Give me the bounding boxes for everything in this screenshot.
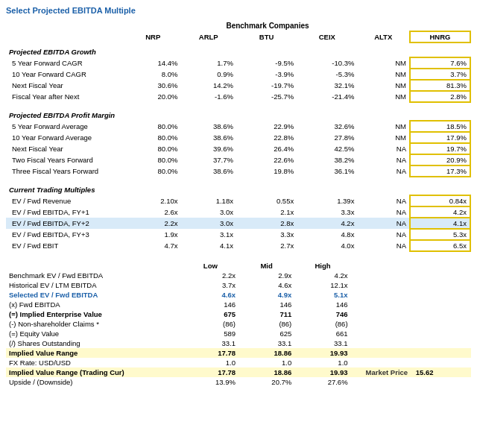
col-low: Low	[183, 261, 238, 271]
table-row: (/) Shares Outstanding 33.1 33.1 33.1	[6, 338, 471, 348]
section-margin: Projected EBITDA Profit Margin	[6, 107, 470, 121]
benchmark-header: Benchmark Companies	[125, 21, 410, 31]
table-row: EV / Fwd Revenue 2.10x 1.18x 0.55x 1.39x…	[6, 195, 470, 206]
table-row: Next Fiscal Year 30.6% 14.2% -19.7% 32.1…	[6, 80, 470, 91]
table-row-highlighted: EV / Fwd EBITDA, FY+2 2.2x 3.0x 2.8x 4.2…	[6, 218, 470, 229]
section-growth: Projected EBITDA Growth	[6, 42, 470, 57]
col-mid: Mid	[238, 261, 294, 271]
col-high: High	[294, 261, 350, 271]
table-row: 5 Year Forward CAGR 14.4% 1.7% -9.5% -10…	[6, 57, 470, 69]
implied-value-range-row: Implied Value Range 17.78 18.86 19.93	[6, 348, 471, 358]
table-row: Three Fiscal Years Forward 80.0% 38.6% 1…	[6, 165, 470, 177]
col-ceix: CEIX	[297, 31, 357, 42]
table-row: Benchmark EV / Fwd EBITDA 2.2x 2.9x 4.2x	[6, 271, 471, 280]
col-btu: BTU	[236, 31, 297, 42]
col-arlp: ARLP	[180, 31, 236, 42]
table-row-bold: (=) Implied Enterprise Value 675 711 746	[6, 309, 471, 319]
table-row: 10 Year Forward CAGR 8.0% 0.9% -3.9% -5.…	[6, 69, 470, 80]
table-row: (-) Non-shareholder Claims * (86) (86) (…	[6, 319, 471, 329]
section-multiples: Current Trading Multiples	[6, 181, 470, 195]
col-nrp: NRP	[125, 31, 180, 42]
selected-ev-row: Selected EV / Fwd EBITDA 4.6x 4.9x 5.1x	[6, 290, 471, 300]
table-row: (=) Equity Value 589 625 661	[6, 329, 471, 338]
table-row: FX Rate: USD/USD 1.0 1.0 1.0	[6, 358, 471, 367]
market-price-label: Market Price	[366, 368, 408, 376]
table-row: 10 Year Forward Average 80.0% 38.6% 22.8…	[6, 132, 470, 143]
market-price-value: 15.62	[416, 368, 434, 376]
table-row: (x) Fwd EBITDA 146 146 146	[6, 300, 471, 309]
table-row: Fiscal Year after Next 20.0% -1.6% -25.7…	[6, 91, 470, 102]
table-row: Historical EV / LTM EBITDA 3.7x 4.6x 12.…	[6, 280, 471, 290]
table-row: EV / Fwd EBIT 4.7x 4.1x 2.7x 4.0x NA 6.5…	[6, 240, 470, 251]
table-row: EV / Fwd EBITDA, FY+1 2.6x 3.0x 2.1x 3.3…	[6, 206, 470, 218]
implied-trading-range-row: Implied Value Range (Trading Cur) 17.78 …	[6, 367, 471, 377]
table-row: Two Fiscal Years Forward 80.0% 37.7% 22.…	[6, 154, 470, 165]
col-hnrg: HNRG	[410, 31, 470, 42]
col-altx: ALTX	[357, 31, 410, 42]
table-row: 5 Year Forward Average 80.0% 38.6% 22.9%…	[6, 121, 470, 132]
table-row: EV / Fwd EBITDA, FY+3 1.9x 3.1x 3.3x 4.8…	[6, 229, 470, 240]
table-row: Upside / (Downside) 13.9% 20.7% 27.6%	[6, 377, 471, 387]
table-row: Next Fiscal Year 80.0% 39.6% 26.4% 42.5%…	[6, 143, 470, 154]
page-title: Select Projected EBITDA Multiple	[6, 6, 471, 15]
